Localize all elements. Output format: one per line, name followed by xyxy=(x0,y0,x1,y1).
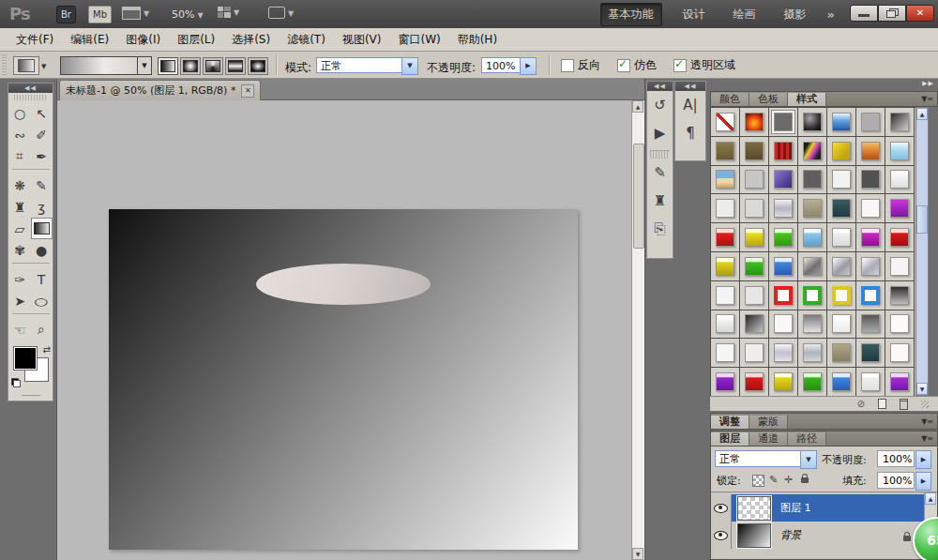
checkbox-checked-icon[interactable] xyxy=(673,59,687,72)
style-swatch[interactable] xyxy=(716,372,734,391)
style-swatch[interactable] xyxy=(832,170,851,189)
style-swatch[interactable] xyxy=(716,314,734,333)
menu-item[interactable]: 图层(L) xyxy=(169,28,223,52)
style-swatch[interactable] xyxy=(774,257,793,276)
lock-all-icon[interactable] xyxy=(801,477,809,483)
style-swatch[interactable] xyxy=(890,372,909,391)
gradient-tool[interactable] xyxy=(31,218,53,239)
workspace-button[interactable]: 设计 xyxy=(675,4,713,25)
style-swatch[interactable] xyxy=(745,170,764,189)
swap-colors-icon[interactable]: ⇄ xyxy=(43,344,51,355)
lock-position-icon[interactable]: ✛ xyxy=(784,474,793,486)
toolbox-collapse-header[interactable]: ◀◀ xyxy=(8,83,53,93)
adjustments-tab[interactable]: 蒙版 xyxy=(749,416,788,429)
styles-tab[interactable]: 色板 xyxy=(749,93,788,106)
arrange-documents-dropdown[interactable]: ▼ xyxy=(218,7,239,18)
style-swatch[interactable] xyxy=(890,343,909,362)
workspace-button[interactable]: 绘画 xyxy=(726,4,764,25)
menu-item[interactable]: 窗口(W) xyxy=(389,28,448,52)
checkbox-unchecked-icon[interactable] xyxy=(561,59,574,72)
panel-menu-icon[interactable]: ▼≡ xyxy=(921,417,937,426)
styles-tab[interactable]: 颜色 xyxy=(711,93,749,106)
style-swatch[interactable] xyxy=(803,343,822,362)
lock-image-pixels-icon[interactable]: ✎ xyxy=(769,474,778,486)
layer-opacity-input[interactable]: 100% xyxy=(877,450,915,467)
style-swatch[interactable] xyxy=(832,314,851,333)
style-swatch[interactable] xyxy=(890,228,909,247)
style-swatch[interactable] xyxy=(890,257,909,276)
launch-bridge-dropdown[interactable]: ▼ xyxy=(122,7,149,20)
style-swatch[interactable] xyxy=(861,142,880,160)
menu-item[interactable]: 滤镜(T) xyxy=(279,28,334,52)
panel-expand-header[interactable]: ▶▶ xyxy=(710,80,938,89)
diamond-gradient-button[interactable] xyxy=(248,57,268,75)
document-close-icon[interactable]: ✕ xyxy=(241,84,254,98)
clone-source-icon[interactable]: ♜ xyxy=(647,187,673,215)
foreground-color-swatch[interactable] xyxy=(13,346,38,371)
gradient-preview-swatch[interactable] xyxy=(60,56,139,75)
style-swatch[interactable] xyxy=(745,113,764,131)
style-swatch[interactable] xyxy=(745,314,764,333)
layers-tab[interactable]: 路径 xyxy=(788,432,826,446)
style-swatch-none[interactable] xyxy=(716,113,734,131)
style-swatch[interactable] xyxy=(861,113,880,131)
layer-row[interactable]: 图层 1 xyxy=(711,494,926,522)
minimize-button[interactable] xyxy=(850,5,878,22)
radial-gradient-button[interactable] xyxy=(180,57,201,75)
style-swatch[interactable] xyxy=(832,199,851,218)
style-swatch[interactable] xyxy=(861,372,880,391)
style-swatch[interactable] xyxy=(861,257,880,276)
style-swatch[interactable] xyxy=(716,257,734,276)
mini-bridge-button[interactable]: Mb xyxy=(88,6,112,23)
style-swatch[interactable] xyxy=(716,170,734,189)
style-swatch[interactable] xyxy=(745,286,764,305)
move-tool[interactable]: ↖ xyxy=(31,102,53,124)
workspace-button[interactable]: 摄影 xyxy=(777,4,814,25)
close-button[interactable]: ✕ xyxy=(906,5,934,22)
style-swatch[interactable] xyxy=(832,372,851,391)
canvas-scrollbar-thumb[interactable] xyxy=(633,144,644,249)
style-swatch[interactable] xyxy=(745,142,764,160)
layers-tab[interactable]: 通道 xyxy=(749,432,788,446)
style-swatch[interactable] xyxy=(803,199,822,218)
checkbox-checked-icon[interactable] xyxy=(617,59,630,72)
style-swatch[interactable] xyxy=(832,228,851,247)
style-swatch[interactable] xyxy=(716,199,734,218)
menu-item[interactable]: 图像(I) xyxy=(117,28,169,52)
eraser-tool[interactable]: ▱ xyxy=(9,218,31,239)
style-swatch[interactable] xyxy=(861,343,880,362)
layer-row[interactable]: 背景 xyxy=(711,522,926,549)
layer-name[interactable]: 图层 1 xyxy=(780,501,811,515)
workspace-overflow-chevron[interactable]: » xyxy=(827,8,835,22)
eye-icon[interactable] xyxy=(714,531,728,540)
style-swatch[interactable] xyxy=(745,372,764,391)
path-selection-tool[interactable]: ➤ xyxy=(9,290,31,311)
style-swatch[interactable] xyxy=(774,286,793,305)
panel-resize-grip[interactable] xyxy=(921,401,929,408)
layer-fill-input[interactable]: 100% xyxy=(877,472,915,489)
bridge-button[interactable]: Br xyxy=(56,6,76,23)
panel-menu-icon[interactable]: ▼≡ xyxy=(921,434,937,443)
style-swatch[interactable] xyxy=(890,286,909,305)
style-swatch[interactable] xyxy=(861,228,880,247)
dodge-tool[interactable]: ● xyxy=(31,239,53,261)
angle-gradient-button[interactable] xyxy=(203,57,223,75)
healing-brush-tool[interactable]: ❋ xyxy=(9,174,31,196)
eyedropper-tool[interactable]: ✒ xyxy=(31,145,53,167)
style-swatch[interactable] xyxy=(803,228,822,247)
blend-mode-select[interactable]: 正常 xyxy=(316,57,402,73)
character-icon[interactable]: A| xyxy=(675,91,705,119)
history-icon[interactable]: ↺ xyxy=(647,91,673,119)
style-swatch[interactable] xyxy=(745,343,764,362)
style-swatch[interactable] xyxy=(803,286,822,305)
document-tab[interactable]: 未标题-1 @ 50% (图层 1, RGB/8) * ✕ xyxy=(59,80,261,100)
style-swatch[interactable] xyxy=(803,142,822,160)
dock-collapse-header[interactable]: ◀◀ xyxy=(675,82,705,91)
adjustments-tab[interactable]: 调整 xyxy=(711,416,749,429)
style-swatch[interactable] xyxy=(803,113,822,131)
quick-selection-tool[interactable]: ✐ xyxy=(31,124,53,145)
style-swatch[interactable] xyxy=(745,257,764,276)
style-swatch[interactable] xyxy=(803,170,822,189)
style-swatch[interactable] xyxy=(832,286,851,305)
layer-visibility-cell[interactable] xyxy=(711,522,732,549)
